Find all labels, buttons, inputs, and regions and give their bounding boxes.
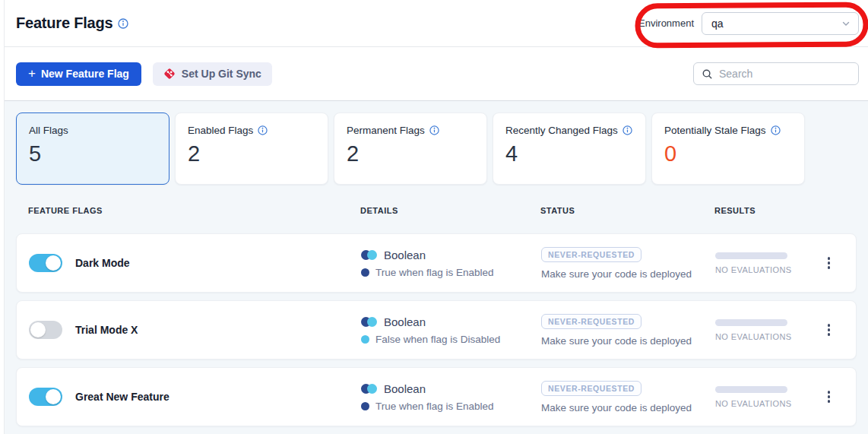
chevron-down-icon <box>841 19 851 28</box>
stat-value: 2 <box>188 141 315 166</box>
stat-label: All Flags <box>29 125 68 136</box>
results-label: NO EVALUATIONS <box>715 265 816 274</box>
status-badge: NEVER-REQUESTED <box>541 247 641 262</box>
content-area: All Flags 5 Enabled Flags 2 Permanent Fl… <box>5 101 868 434</box>
git-diamond-icon <box>163 68 176 80</box>
results-label: NO EVALUATIONS <box>715 332 816 341</box>
flag-toggle[interactable] <box>29 388 62 406</box>
stat-card-recently-changed-flags[interactable]: Recently Changed Flags 4 <box>493 112 646 185</box>
row-kebab-menu-icon[interactable] <box>825 388 834 406</box>
stat-card-all-flags[interactable]: All Flags 5 <box>16 112 169 185</box>
page-header: Feature Flags Environment qa <box>5 0 868 47</box>
page-title: Feature Flags <box>16 14 112 32</box>
stat-value: 0 <box>664 141 792 166</box>
column-header-details: DETAILS <box>360 206 540 215</box>
flag-name: Trial Mode X <box>75 324 138 336</box>
new-feature-flag-label: New Feature Flag <box>41 68 129 80</box>
toolbar: + New Feature Flag Set Up Git Sync <box>5 47 868 101</box>
flag-type-label: Boolean <box>384 382 426 395</box>
flag-name: Great New Feature <box>75 391 169 403</box>
flag-rule-text: True when flag is Enabled <box>375 401 494 412</box>
stat-card-enabled-flags[interactable]: Enabled Flags 2 <box>175 112 328 185</box>
title-info-icon[interactable] <box>118 18 128 29</box>
column-header-results: RESULTS <box>714 206 815 215</box>
stat-card-potentially-stale-flags[interactable]: Potentially Stale Flags 0 <box>651 112 805 185</box>
row-kebab-menu-icon[interactable] <box>825 254 834 272</box>
stat-label: Potentially Stale Flags <box>664 125 766 136</box>
row-kebab-menu-icon[interactable] <box>825 321 834 339</box>
table-row: Great New Feature Boolean True when flag… <box>16 367 857 426</box>
column-header-status: STATUS <box>540 206 714 215</box>
boolean-type-icon <box>361 317 377 327</box>
flag-rule-text: False when flag is Disabled <box>375 334 500 345</box>
flag-toggle[interactable] <box>29 321 62 339</box>
table-header: FEATURE FLAGS DETAILS STATUS RESULTS <box>16 206 857 215</box>
info-icon[interactable] <box>622 125 632 135</box>
flag-rule-text: True when flag is Enabled <box>375 267 494 278</box>
status-badge: NEVER-REQUESTED <box>541 314 641 329</box>
stat-value: 5 <box>29 141 157 166</box>
rule-value-dot-icon <box>361 268 369 277</box>
feature-flags-page: Feature Flags Environment qa + New Featu… <box>4 0 868 434</box>
stat-label: Enabled Flags <box>188 125 253 136</box>
stat-card-permanent-flags[interactable]: Permanent Flags 2 <box>334 112 487 185</box>
info-icon[interactable] <box>258 125 268 135</box>
table-row: Dark Mode Boolean True when flag is Enab… <box>16 233 857 293</box>
rule-value-dot-icon <box>361 335 369 344</box>
stats-row: All Flags 5 Enabled Flags 2 Permanent Fl… <box>16 112 857 185</box>
boolean-type-icon <box>361 250 377 260</box>
stat-value: 4 <box>505 141 633 166</box>
search-icon <box>702 68 713 80</box>
new-feature-flag-button[interactable]: + New Feature Flag <box>16 62 141 86</box>
results-label: NO EVALUATIONS <box>715 399 816 408</box>
stat-label: Recently Changed Flags <box>505 125 618 136</box>
info-icon[interactable] <box>429 125 439 135</box>
results-placeholder-bar <box>715 319 787 326</box>
flag-type-label: Boolean <box>384 315 426 328</box>
search-box <box>693 62 859 85</box>
environment-selected-value: qa <box>711 17 724 30</box>
stat-label: Permanent Flags <box>347 125 425 136</box>
stat-value: 2 <box>347 141 474 166</box>
rule-value-dot-icon <box>361 402 369 410</box>
search-input[interactable] <box>719 68 857 80</box>
column-header-feature-flags: FEATURE FLAGS <box>28 206 360 215</box>
boolean-type-icon <box>361 384 377 394</box>
git-sync-button[interactable]: Set Up Git Sync <box>153 62 272 86</box>
flag-name: Dark Mode <box>75 257 130 269</box>
table-row: Trial Mode X Boolean False when flag is … <box>16 300 857 360</box>
results-placeholder-bar <box>715 386 787 393</box>
status-note: Make sure your code is deployed <box>541 268 715 280</box>
status-note: Make sure your code is deployed <box>541 402 715 413</box>
status-badge: NEVER-REQUESTED <box>541 381 641 396</box>
git-sync-label: Set Up Git Sync <box>182 68 261 80</box>
environment-label: Environment <box>638 17 694 29</box>
plus-icon: + <box>28 66 36 81</box>
flag-type-label: Boolean <box>384 249 426 261</box>
flag-toggle[interactable] <box>29 254 62 272</box>
results-placeholder-bar <box>715 252 787 259</box>
info-icon[interactable] <box>771 125 781 135</box>
environment-select[interactable]: qa <box>702 12 859 35</box>
status-note: Make sure your code is deployed <box>541 335 715 347</box>
